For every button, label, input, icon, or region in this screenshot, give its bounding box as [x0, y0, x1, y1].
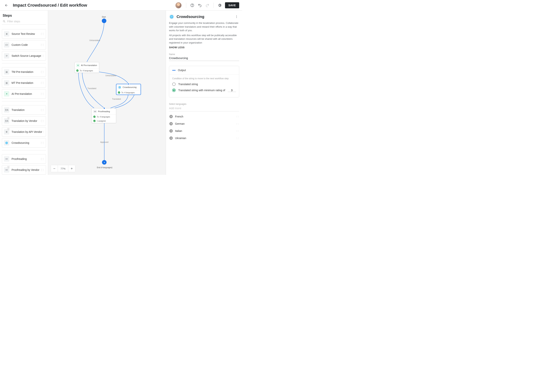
step-source-text-review[interactable]: ≣Source Text Review: [2, 29, 46, 39]
edge-label-translated2: Translated: [112, 98, 121, 100]
drag-handle-icon[interactable]: [40, 71, 44, 73]
step-translation[interactable]: 文ATranslation: [2, 105, 46, 115]
drag-handle-icon[interactable]: [40, 120, 44, 122]
save-button[interactable]: SAVE: [225, 2, 239, 8]
output-indicator-icon: [172, 70, 176, 71]
step-custom-code[interactable]: </>Custom Code: [2, 40, 46, 49]
drag-handle-icon[interactable]: [236, 116, 239, 117]
edges-layer: [48, 11, 166, 175]
output-title: Output: [178, 69, 186, 72]
svg-point-1: [192, 6, 192, 6]
globe-icon: 🌐: [118, 86, 121, 89]
workflow-canvas[interactable]: Start Untranslated ✦AI Pre-translation T…: [48, 11, 166, 175]
node-sub: To: 4 languages: [80, 70, 93, 72]
drag-handle-icon[interactable]: [40, 131, 44, 132]
remove-language-button[interactable]: ✕: [169, 129, 173, 133]
back-button[interactable]: [3, 2, 10, 9]
drag-handle-icon[interactable]: [40, 44, 44, 45]
drag-handle-icon[interactable]: [236, 130, 239, 131]
step-label: Custom Code: [12, 43, 28, 46]
redo-button[interactable]: [204, 1, 211, 9]
step-proofreading-by-vendor[interactable]: 👓VProofreading by Vendor: [2, 165, 46, 175]
language-row: ✕Ukrainian: [169, 135, 239, 142]
radio-icon: [172, 89, 176, 92]
step-label: Translation: [12, 108, 25, 111]
end-label: End (4 languages): [97, 166, 112, 169]
filter-steps-input[interactable]: [7, 20, 45, 23]
arrow-left-icon: [5, 3, 8, 7]
name-label: Name: [169, 53, 239, 56]
check-icon: [76, 69, 79, 72]
drag-handle-icon[interactable]: [40, 142, 44, 143]
search-icon: [3, 20, 6, 23]
redo-icon: [205, 3, 210, 7]
step-crowdsourcing[interactable]: 🌐Crowdsourcing: [2, 138, 46, 147]
avatar[interactable]: [175, 2, 181, 8]
drag-handle-icon[interactable]: [40, 33, 44, 34]
language-name: French: [175, 115, 183, 118]
remove-language-button[interactable]: ✕: [169, 136, 173, 140]
language-row: ✕German: [169, 120, 239, 127]
drag-handle-icon[interactable]: [40, 55, 44, 56]
settings-button[interactable]: [216, 1, 223, 9]
step-label: TM Pre-translation: [12, 70, 33, 74]
step-translation-by-vendor[interactable]: 文AVTranslation by Vendor: [2, 116, 46, 126]
divider: [186, 3, 186, 8]
ai-icon: ✦: [76, 64, 80, 67]
step-ai-pre-translation[interactable]: ✦AI Pre-translation: [2, 89, 46, 98]
port-in[interactable]: [127, 83, 129, 85]
node-title: Crowdsourcing: [123, 86, 136, 88]
step-mt-pre-translation[interactable]: ▥MT Pre-translation: [2, 78, 46, 88]
start-node[interactable]: [102, 18, 106, 23]
add-language-input[interactable]: Add more: [169, 106, 239, 111]
step-tm-pre-translation[interactable]: ▤TM Pre-translation: [2, 67, 46, 77]
step-proofreading[interactable]: 👓Proofreading: [2, 154, 46, 164]
port-in[interactable]: [103, 107, 105, 109]
step-label: Switch Source Language: [12, 54, 41, 57]
step-translation-by-api-vendor[interactable]: ⚙VTranslation by API Vendor: [2, 127, 46, 137]
help-icon: [190, 3, 194, 7]
node-title: AI Pre-translation: [81, 64, 97, 66]
node-ai-pre-translation[interactable]: ✦AI Pre-translation To: 4 languages: [74, 62, 99, 73]
drag-handle-icon[interactable]: [40, 93, 44, 94]
undo-icon: [198, 3, 202, 7]
show-less-toggle[interactable]: SHOW LESS: [169, 46, 239, 49]
remove-language-button[interactable]: ✕: [169, 115, 173, 118]
radio-translated-rating[interactable]: Translated string with minimum rating of: [172, 89, 236, 92]
step-switch-source-language[interactable]: ⟳Switch Source Language: [2, 51, 46, 61]
rating-input[interactable]: [228, 89, 236, 92]
mt-icon: ▥: [4, 80, 9, 86]
drag-handle-icon[interactable]: [40, 158, 44, 159]
undo-button[interactable]: [196, 1, 204, 9]
radio-translated-string[interactable]: Translated string: [172, 82, 236, 86]
help-button[interactable]: [188, 1, 196, 9]
step-label: Source Text Review: [12, 32, 35, 35]
sync-icon: ⟳: [4, 53, 9, 58]
zoom-in-button[interactable]: +: [68, 165, 75, 172]
tm-icon: ▤: [4, 69, 9, 74]
drag-handle-icon[interactable]: [40, 82, 44, 83]
edge-label-untranslated: Untranslated: [89, 39, 100, 41]
drag-handle-icon[interactable]: [236, 123, 239, 124]
node-proofreading[interactable]: 👓Proofreading To: 4 languages 1 assignee: [92, 108, 116, 123]
globe-icon: 🌐: [169, 14, 174, 19]
remove-language-button[interactable]: ✕: [169, 122, 173, 125]
details-panel: 🌐 Crowdsourcing Engage your community in…: [166, 11, 242, 175]
language-name: Ukrainian: [175, 137, 186, 140]
language-name: Italian: [175, 129, 182, 132]
drag-handle-icon[interactable]: [40, 169, 44, 171]
drag-handle-icon[interactable]: [40, 109, 44, 110]
zoom-out-button[interactable]: −: [51, 165, 58, 172]
vendor-badge: V: [7, 117, 9, 119]
drag-handle-icon[interactable]: [236, 138, 239, 139]
output-condition-hint: Condition of the string to move to the n…: [172, 77, 236, 80]
panel-menu-button[interactable]: [234, 14, 239, 19]
vendor-badge: V: [7, 166, 9, 168]
name-field[interactable]: Crowdsourcing: [169, 56, 239, 61]
output-card: Output Condition of the string to move t…: [169, 66, 239, 98]
node-crowdsourcing[interactable]: 🌐Crowdsourcing To: 4 languages: [116, 84, 141, 95]
ai-icon: ✦: [4, 91, 9, 97]
end-node[interactable]: ▾: [102, 160, 106, 165]
node-sub: To: 4 languages: [121, 92, 135, 94]
vendor-badge: V: [7, 128, 9, 130]
